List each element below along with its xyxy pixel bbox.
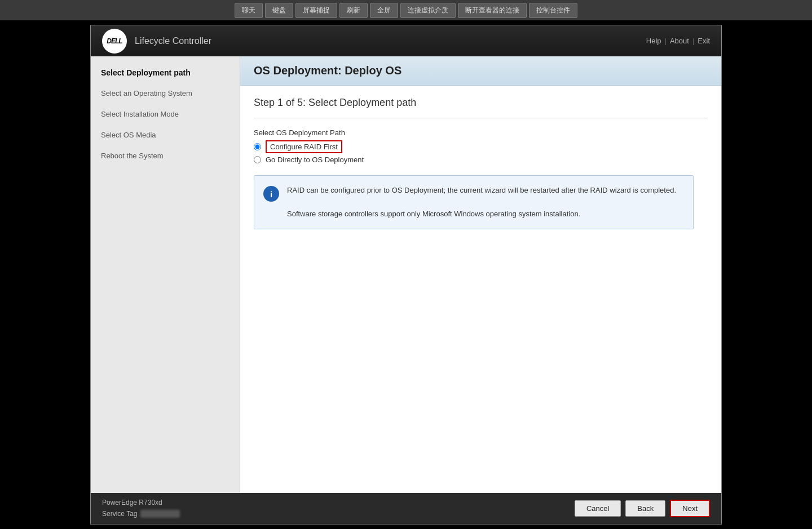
exit-link[interactable]: Exit	[698, 37, 710, 45]
info-text-line2: Software storage controllers support onl…	[287, 208, 676, 220]
sidebar-item-installation-mode[interactable]: Select Installation Mode	[91, 104, 240, 125]
footer-buttons: Cancel Back Next	[575, 500, 710, 517]
lc-window: DELL Lifecycle Controller Help | About |…	[90, 25, 722, 524]
lc-title: Lifecycle Controller	[135, 36, 211, 46]
nav-sep-1: |	[665, 37, 667, 45]
lc-footer: PowerEdge R730xd Service Tag Cancel Back…	[91, 493, 721, 524]
lc-body: Select Deployment path Select an Operati…	[91, 56, 721, 493]
toolbar-fullscreen-btn[interactable]: 全屏	[370, 3, 398, 18]
sidebar-item-reboot[interactable]: Reboot the System	[91, 146, 240, 167]
toolbar-refresh-btn[interactable]: 刷新	[339, 3, 368, 18]
header-nav: Help | About | Exit	[646, 37, 710, 45]
info-text-line1: RAID can be configured prior to OS Deplo…	[287, 185, 676, 197]
info-box: i RAID can be configured prior to OS Dep…	[254, 175, 694, 229]
nav-sep-2: |	[692, 37, 694, 45]
toolbar-virtual-media-btn[interactable]: 连接虚拟介质	[400, 3, 456, 18]
go-directly-label[interactable]: Go Directly to OS Deployment	[266, 155, 364, 164]
step-title: Step 1 of 5: Select Deployment path	[254, 97, 708, 109]
lc-content: OS Deployment: Deploy OS Step 1 of 5: Se…	[240, 56, 721, 493]
service-tag-value	[140, 510, 180, 518]
configure-raid-radio[interactable]	[254, 143, 261, 150]
content-header: OS Deployment: Deploy OS	[240, 56, 721, 86]
cancel-button[interactable]: Cancel	[575, 500, 621, 517]
sidebar-item-select-os[interactable]: Select an Operating System	[91, 83, 240, 104]
footer-info: PowerEdge R730xd Service Tag	[102, 497, 180, 519]
help-link[interactable]: Help	[646, 37, 661, 45]
back-button[interactable]: Back	[625, 500, 665, 517]
top-toolbar: 聊天 键盘 屏幕捕捉 刷新 全屏 连接虚拟介质 断开查看器的连接 控制台控件	[0, 0, 812, 20]
service-tag-label: Service Tag	[102, 509, 137, 519]
toolbar-console-btn[interactable]: 控制台控件	[529, 3, 577, 18]
info-icon: i	[263, 186, 279, 202]
section-label: Select OS Deployment Path	[254, 128, 708, 137]
service-tag-row: Service Tag	[102, 509, 180, 519]
sidebar: Select Deployment path Select an Operati…	[91, 56, 240, 493]
content-header-title: OS Deployment: Deploy OS	[254, 64, 708, 77]
go-directly-radio[interactable]	[254, 156, 261, 163]
sidebar-item-os-media[interactable]: Select OS Media	[91, 125, 240, 146]
toolbar-chat-btn[interactable]: 聊天	[235, 3, 263, 18]
configure-raid-label[interactable]: Configure RAID First	[266, 143, 342, 151]
info-text: RAID can be configured prior to OS Deplo…	[287, 185, 676, 220]
content-body: Step 1 of 5: Select Deployment path Sele…	[240, 86, 721, 493]
logo-area: DELL Lifecycle Controller	[102, 29, 211, 54]
divider	[254, 118, 708, 118]
device-name: PowerEdge R730xd	[102, 497, 180, 508]
toolbar-keyboard-btn[interactable]: 键盘	[265, 3, 293, 18]
next-button[interactable]: Next	[670, 500, 710, 517]
main-container: DELL Lifecycle Controller Help | About |…	[0, 20, 812, 529]
radio-go-directly: Go Directly to OS Deployment	[254, 155, 708, 164]
toolbar-disconnect-btn[interactable]: 断开查看器的连接	[458, 3, 527, 18]
toolbar-screenshot-btn[interactable]: 屏幕捕捉	[295, 3, 337, 18]
lc-header: DELL Lifecycle Controller Help | About |…	[91, 25, 721, 56]
radio-configure-raid: Configure RAID First	[254, 143, 708, 151]
about-link[interactable]: About	[670, 37, 689, 45]
dell-logo: DELL	[102, 29, 127, 54]
sidebar-item-deployment-path[interactable]: Select Deployment path	[91, 62, 240, 83]
